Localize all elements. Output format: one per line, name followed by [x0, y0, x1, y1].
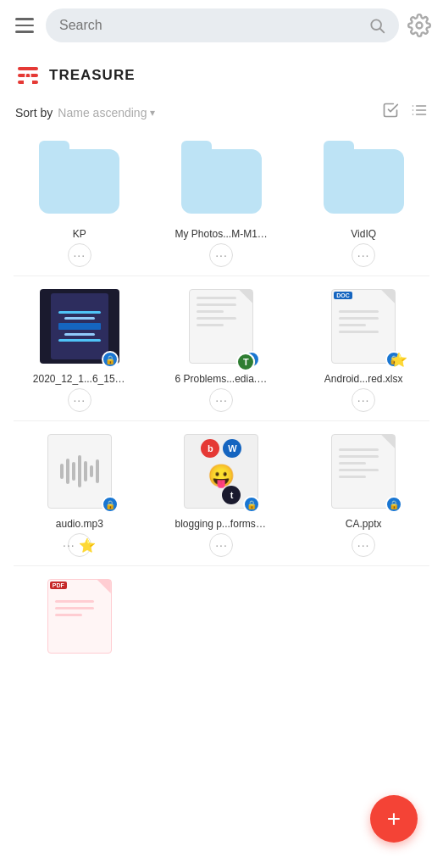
audio-icon — [47, 434, 112, 509]
doc-tag: DOC — [334, 292, 352, 299]
file-name: blogging p...forms.png — [174, 518, 268, 530]
svg-rect-4 — [18, 74, 38, 77]
folder-icon — [324, 149, 404, 214]
sort-row: Sort by Name ascending ▾ — [0, 97, 443, 135]
svg-line-1 — [380, 29, 385, 33]
file-item[interactable]: 🔒 CA.pptx ··· — [292, 425, 435, 562]
avatar-badge: T — [236, 353, 255, 371]
folder-menu-button[interactable]: ··· — [209, 243, 233, 267]
svg-rect-6 — [24, 78, 32, 85]
pptx-thumb: 🔒 — [321, 433, 406, 509]
file-item[interactable]: 🔒 T 6 Problems...edia.docx ··· — [151, 280, 293, 417]
pptx-icon — [331, 434, 396, 509]
lock-badge: 🔒 — [102, 351, 119, 368]
audio-waves — [60, 455, 99, 487]
check-view-icon[interactable] — [382, 102, 399, 123]
partial-row: PDF — [0, 570, 443, 665]
file-name: Android...red.xlsx — [324, 373, 403, 385]
brand-logo — [15, 63, 41, 88]
star-badge: ⭐ — [390, 352, 407, 368]
lock-badge: 🔒 — [385, 496, 402, 513]
pdf-tag: PDF — [50, 581, 67, 589]
search-input[interactable] — [59, 18, 362, 33]
pdf-thumb: PDF — [37, 578, 122, 654]
divider — [14, 420, 429, 421]
file-menu-button[interactable]: ··· — [352, 533, 375, 557]
brand-name: TREASURE — [49, 67, 136, 84]
files-grid-row1: 🔒 2020_12_1...6_15.mp4 ··· 🔒 T 6 Problem… — [0, 280, 443, 417]
file-menu-button[interactable]: ··· — [209, 533, 233, 557]
pdf-icon: PDF — [47, 579, 112, 654]
folder-thumb — [321, 143, 406, 220]
folder-item[interactable]: My Photos...M-M107F) ··· — [151, 135, 293, 272]
svg-point-2 — [417, 23, 423, 29]
divider — [14, 565, 429, 566]
app-header — [0, 0, 443, 51]
file-name: 6 Problems...edia.docx — [174, 373, 268, 385]
brand-row: TREASURE — [0, 51, 443, 97]
file-name: 2020_12_1...6_15.mp4 — [33, 373, 126, 385]
file-item[interactable]: 🔒 2020_12_1...6_15.mp4 ··· — [8, 280, 151, 417]
svg-rect-3 — [18, 67, 38, 70]
sort-value-text: Name ascending — [58, 106, 147, 120]
gear-icon[interactable] — [407, 14, 431, 37]
folder-menu-button[interactable]: ··· — [68, 243, 91, 267]
folder-item[interactable]: KP ··· — [8, 135, 151, 272]
lock-badge: 🔒 — [102, 496, 119, 513]
folders-grid: KP ··· My Photos...M-M107F) ··· VidIQ ··… — [0, 135, 443, 272]
xlsx-thumb: DOC 🔒 ⭐ — [321, 288, 406, 364]
folder-name: KP — [73, 228, 86, 240]
search-icon — [368, 17, 385, 34]
file-name: audio.mp3 — [56, 518, 103, 530]
files-grid-row2: 🔒 audio.mp3 ··· ⭐ b W 😛 t 🔒 blogging p — [0, 425, 443, 562]
plus-icon: + — [387, 805, 401, 832]
file-menu-button[interactable]: ··· — [352, 388, 375, 412]
file-menu-button[interactable]: ··· — [68, 388, 91, 412]
xlsx-icon: DOC — [331, 289, 396, 364]
docx-thumb: 🔒 T — [179, 288, 263, 364]
divider — [14, 275, 429, 276]
file-item[interactable]: DOC 🔒 ⭐ Android...red.xlsx ··· — [292, 280, 435, 417]
three-dots: ··· — [63, 538, 75, 552]
star-inline: ⭐ — [79, 537, 97, 554]
sort-actions — [382, 102, 428, 123]
sort-label: Sort by — [15, 106, 53, 120]
list-view-icon[interactable] — [411, 102, 428, 123]
folder-menu-button[interactable]: ··· — [352, 243, 375, 267]
folder-name: My Photos...M-M107F) — [174, 228, 268, 240]
search-bar[interactable] — [46, 8, 399, 42]
lock-badge: 🔒 — [243, 496, 260, 513]
folder-name: VidIQ — [351, 228, 376, 240]
sort-dropdown[interactable]: Name ascending ▾ — [58, 106, 155, 120]
blog-icon-w: W — [223, 439, 241, 458]
blog-thumb: b W 😛 t 🔒 — [179, 433, 263, 509]
file-item[interactable]: 🔒 audio.mp3 ··· ⭐ — [8, 425, 151, 562]
file-item-pdf[interactable]: PDF — [8, 570, 151, 665]
file-name: CA.pptx — [346, 518, 382, 530]
emoji-icon: 😛 — [208, 463, 235, 489]
hamburger-button[interactable] — [12, 14, 37, 36]
file-menu-button[interactable]: ··· ⭐ — [68, 533, 91, 557]
folder-icon — [181, 149, 262, 214]
file-item[interactable]: b W 😛 t 🔒 blogging p...forms.png ··· — [151, 425, 293, 562]
folder-thumb — [179, 143, 263, 220]
video-thumb: 🔒 — [37, 288, 122, 364]
folder-item[interactable]: VidIQ ··· — [292, 135, 435, 272]
folder-icon — [39, 149, 119, 214]
chevron-down-icon: ▾ — [150, 107, 155, 119]
audio-thumb: 🔒 — [37, 433, 122, 509]
blog-icon-t: t — [222, 486, 241, 504]
folder-thumb — [37, 143, 122, 220]
file-menu-button[interactable]: ··· — [209, 388, 233, 412]
blog-icon-b: b — [201, 439, 219, 458]
add-fab-button[interactable]: + — [370, 795, 418, 843]
